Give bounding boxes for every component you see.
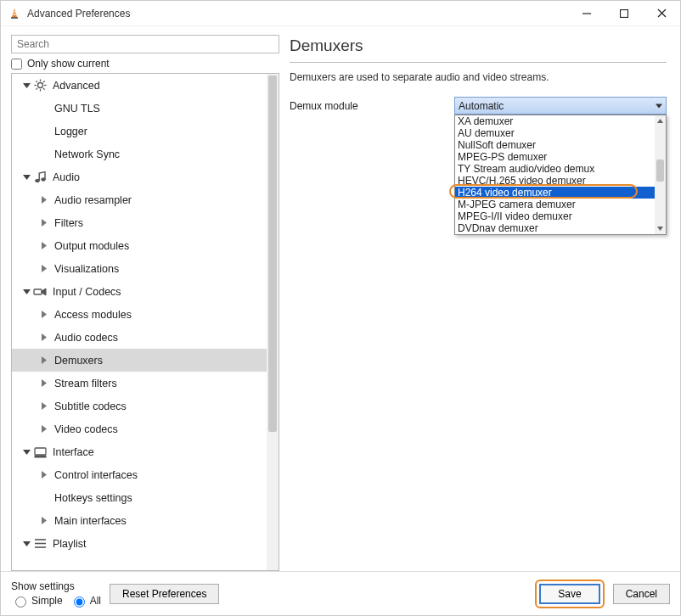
svg-marker-29 [42, 333, 47, 341]
chevron-down-icon[interactable] [20, 446, 32, 458]
title-bar: Advanced Preferences [1, 1, 680, 26]
tree-item-network-sync[interactable]: Network Sync [12, 143, 267, 165]
chevron-right-icon[interactable] [37, 194, 49, 206]
maximize-button[interactable] [605, 1, 643, 25]
scroll-up-icon[interactable] [655, 115, 666, 126]
dropdown-option[interactable]: HEVC/H.265 video demuxer [455, 175, 655, 187]
tree-item-label: Output modules [54, 240, 129, 252]
chevron-right-icon[interactable] [37, 332, 49, 344]
demux-module-dropdown[interactable]: XA demuxerAU demuxerNullSoft demuxerMPEG… [454, 115, 667, 235]
search-input[interactable] [11, 35, 279, 53]
only-show-current-checkbox[interactable] [11, 59, 22, 70]
dropdown-option[interactable]: MPEG-PS demuxer [455, 151, 655, 163]
tree-item-label: Video codecs [54, 423, 118, 435]
svg-marker-25 [23, 289, 31, 294]
tree-item-playlist[interactable]: Playlist [12, 532, 267, 555]
tree-item-input-codecs[interactable]: Input / Codecs [12, 280, 267, 303]
tree-item-label: Demuxers [54, 355, 103, 367]
chevron-down-icon[interactable] [20, 171, 32, 183]
tree-item-label: Control interfaces [54, 469, 138, 481]
radio-simple[interactable]: Simple [11, 594, 63, 608]
cancel-button[interactable]: Cancel [613, 584, 670, 604]
radio-simple-label: Simple [31, 595, 63, 607]
svg-marker-39 [23, 541, 31, 546]
chevron-right-icon[interactable] [37, 515, 49, 527]
chevron-right-icon[interactable] [37, 355, 49, 367]
dropdown-option[interactable]: XA demuxer [455, 115, 655, 127]
only-show-current-row[interactable]: Only show current [11, 58, 279, 70]
only-show-current-label: Only show current [27, 58, 110, 70]
annotation-highlight-save: Save [535, 580, 604, 608]
radio-all-input[interactable] [74, 596, 85, 608]
tree-item-stream-filters[interactable]: Stream filters [12, 372, 267, 395]
tree-item-demuxers[interactable]: Demuxers [12, 349, 267, 372]
demux-module-value: Automatic [459, 100, 504, 112]
tree-item-main-interfaces[interactable]: Main interfaces [12, 509, 267, 532]
svg-marker-34 [23, 450, 31, 455]
tree-item-interface[interactable]: Interface [12, 440, 267, 463]
interface-icon [32, 445, 48, 459]
tree-item-hotkeys-settings[interactable]: Hotkeys settings [12, 486, 267, 509]
chevron-down-icon[interactable] [20, 286, 32, 298]
reset-preferences-button[interactable]: Reset Preferences [110, 584, 219, 604]
tree-scrollbar[interactable] [267, 74, 279, 570]
tree-item-label: Advanced [53, 80, 100, 92]
svg-line-14 [36, 81, 37, 82]
tree-item-subtitle-codecs[interactable]: Subtitle codecs [12, 395, 267, 417]
chevron-right-icon[interactable] [37, 378, 49, 389]
dropdown-option[interactable]: M-JPEG camera demuxer [455, 199, 655, 210]
chevron-down-icon[interactable] [20, 538, 32, 550]
svg-line-16 [42, 81, 44, 82]
svg-line-15 [42, 88, 44, 90]
svg-marker-21 [42, 196, 47, 204]
chevron-right-icon[interactable] [37, 309, 49, 321]
window-controls [568, 1, 680, 25]
tree-item-label: Audio resampler [54, 194, 132, 206]
tree-item-label: Access modules [54, 309, 132, 321]
save-button[interactable]: Save [539, 584, 599, 604]
svg-marker-8 [23, 83, 31, 88]
demux-module-combobox[interactable]: Automatic [454, 97, 667, 115]
tree-item-audio-codecs[interactable]: Audio codecs [12, 326, 267, 349]
tree-item-audio[interactable]: Audio [12, 165, 267, 188]
tree-item-video-codecs[interactable]: Video codecs [12, 417, 267, 440]
dropdown-option[interactable]: DVDnav demuxer [455, 222, 655, 234]
chevron-right-icon[interactable] [37, 400, 49, 412]
radio-all[interactable]: All [70, 594, 101, 608]
dropdown-option[interactable]: MPEG-I/II video demuxer [455, 210, 655, 222]
tree-item-visualizations[interactable]: Visualizations [12, 257, 267, 280]
chevron-right-icon[interactable] [37, 240, 49, 252]
dropdown-scrollbar-thumb[interactable] [656, 160, 664, 182]
tree-item-advanced[interactable]: Advanced [12, 74, 267, 97]
close-button[interactable] [643, 1, 680, 25]
tree-item-filters[interactable]: Filters [12, 211, 267, 234]
chevron-right-icon[interactable] [37, 469, 49, 481]
scroll-down-icon[interactable] [655, 223, 666, 234]
svg-marker-32 [42, 402, 47, 410]
chevron-right-icon[interactable] [37, 263, 49, 275]
chevron-right-icon[interactable] [37, 217, 49, 229]
svg-marker-23 [42, 242, 47, 249]
tree-item-access-modules[interactable]: Access modules [12, 303, 267, 326]
tree-item-gnu-tls[interactable]: GNU TLS [12, 97, 267, 120]
tree-item-audio-resampler[interactable]: Audio resampler [12, 188, 267, 211]
chevron-down-icon[interactable] [20, 80, 32, 92]
chevron-right-icon[interactable] [37, 423, 49, 435]
svg-marker-27 [42, 288, 46, 295]
minimize-button[interactable] [568, 1, 605, 25]
tree-item-logger[interactable]: Logger [12, 120, 267, 143]
preferences-tree[interactable]: AdvancedGNU TLSLoggerNetwork SyncAudioAu… [12, 74, 267, 570]
svg-rect-5 [621, 9, 628, 17]
tree-item-label: Stream filters [54, 378, 117, 389]
tree-item-label: GNU TLS [54, 103, 100, 115]
radio-simple-input[interactable] [15, 596, 26, 608]
tree-item-control-interfaces[interactable]: Control interfaces [12, 463, 267, 486]
dropdown-option[interactable]: TY Stream audio/video demux [455, 163, 655, 175]
dropdown-option[interactable]: AU demuxer [455, 127, 655, 139]
dropdown-option[interactable]: H264 video demuxer [455, 187, 655, 199]
dropdown-scrollbar[interactable] [655, 115, 666, 234]
tree-item-output-modules[interactable]: Output modules [12, 234, 267, 257]
tree-scrollbar-thumb[interactable] [268, 76, 277, 432]
dropdown-option[interactable]: NullSoft demuxer [455, 139, 655, 151]
left-column: Only show current AdvancedGNU TLSLoggerN… [11, 35, 279, 571]
